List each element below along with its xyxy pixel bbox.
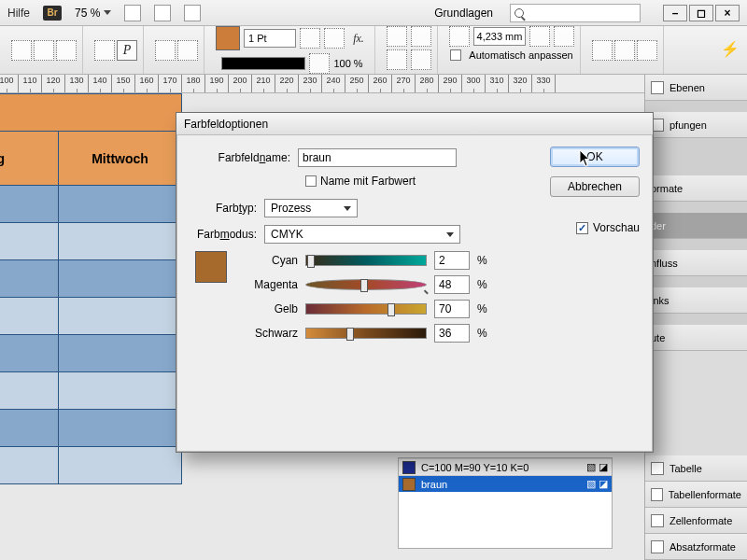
panel-tab-table-styles[interactable]: Tabellenformate (645, 482, 747, 508)
swatch-name-input[interactable] (298, 148, 457, 167)
name-with-value-checkbox[interactable] (305, 175, 317, 187)
dialog-title: Farbfeldoptionen (184, 118, 268, 131)
tool-icon[interactable] (11, 40, 32, 61)
ruler-tick: 130 (65, 75, 89, 93)
swatch-row[interactable]: C=100 M=90 Y=10 K=0 ▧ ◪ (399, 458, 612, 475)
panel-tab-para-styles[interactable]: Absatzformate (645, 534, 747, 560)
slider-thumb[interactable] (307, 255, 315, 268)
swatch-row-selected[interactable]: braun ▧ ◪ (399, 475, 612, 492)
cyan-input[interactable]: 2 (434, 251, 470, 270)
panel-tab[interactable]: nfluss (645, 250, 747, 276)
black-input[interactable]: 36 (434, 324, 470, 343)
panel-tab[interactable]: ormate (645, 175, 747, 202)
tool-icon[interactable] (300, 28, 320, 49)
zoom-level[interactable]: 75 % (75, 7, 111, 20)
panel-tab[interactable]: pfungen (645, 112, 747, 138)
magenta-input[interactable]: 48 (434, 275, 470, 294)
slider-thumb[interactable] (388, 303, 395, 316)
dialog-titlebar[interactable]: Farbfeldoptionen (176, 113, 653, 135)
color-mode-select[interactable]: CMYK (264, 225, 460, 244)
yellow-input[interactable]: 70 (434, 300, 470, 318)
panel-tab-table[interactable]: Tabelle (645, 455, 747, 482)
yellow-slider[interactable] (305, 303, 427, 315)
color-mode-value: CMYK (271, 228, 303, 241)
tool-icon[interactable] (177, 40, 198, 61)
close-button[interactable]: × (715, 5, 740, 21)
swatch-label: braun (421, 479, 447, 490)
align-icon[interactable] (387, 26, 407, 47)
color-type-select[interactable]: Prozess (264, 199, 358, 217)
stroke-style[interactable] (221, 57, 305, 70)
tool-icon[interactable] (309, 53, 330, 74)
chevron-down-icon (104, 10, 111, 15)
ruler-tick: 290 (439, 75, 462, 93)
opacity-value[interactable]: 100 % (333, 58, 362, 69)
ruler-tick: 140 (89, 75, 112, 93)
paragraph-styles-icon (651, 540, 664, 553)
swatch-label: C=100 M=90 Y=10 K=0 (421, 462, 529, 473)
color-type-value: Prozess (271, 202, 311, 215)
tool-icon[interactable] (56, 40, 77, 61)
horizontal-ruler: 1001101201301401501601701801902002102202… (0, 75, 644, 93)
panel-tab[interactable]: ute (645, 325, 747, 351)
slider-thumb[interactable] (346, 328, 354, 341)
percent-label: % (477, 278, 487, 291)
tool-icon[interactable] (34, 40, 54, 61)
fill-swatch[interactable] (216, 26, 240, 50)
cell-styles-icon (651, 514, 664, 527)
bridge-icon[interactable]: Br (43, 6, 62, 21)
type-on-path-icon[interactable]: P (117, 40, 137, 61)
frame-fit-icon[interactable] (637, 40, 657, 61)
frame-fit-icon[interactable] (529, 26, 550, 47)
ruler-tick: 270 (392, 75, 416, 93)
frame-fit-icon[interactable] (614, 40, 635, 61)
color-mode-label: Farbmodus: (190, 228, 264, 241)
frame-fit-icon[interactable] (592, 40, 613, 61)
preview-checkbox-row[interactable]: ✓ Vorschau (576, 221, 640, 234)
ruler-tick: 250 (345, 75, 369, 93)
frame-fit-icon[interactable] (449, 26, 470, 47)
ruler-tick: 110 (19, 75, 42, 93)
align-icon[interactable] (411, 49, 431, 70)
layers-icon (651, 81, 664, 94)
ruler-tick: 330 (532, 75, 556, 93)
magenta-slider[interactable] (305, 279, 427, 290)
cancel-button[interactable]: Abbrechen (550, 176, 640, 197)
frame-fit-icon[interactable] (554, 26, 574, 47)
calendar-header: Mittwoch (59, 132, 182, 186)
maximize-button[interactable]: ◻ (689, 5, 713, 21)
panel-tab-cell-styles[interactable]: Zellenformate (645, 508, 747, 534)
search-input[interactable] (510, 4, 641, 22)
magenta-label: Magenta (240, 278, 298, 291)
menu-help[interactable]: Hilfe (7, 7, 30, 20)
workspace-label: Grundlagen (434, 7, 493, 20)
screen-mode-icon[interactable] (124, 5, 141, 21)
auto-fit-checkbox[interactable] (450, 49, 461, 61)
workspace-switcher[interactable]: Grundlagen (434, 7, 497, 20)
chevron-down-icon (344, 206, 351, 211)
minimize-button[interactable]: – (663, 5, 687, 21)
align-icon[interactable] (387, 49, 407, 70)
tool-icon[interactable] (94, 40, 115, 61)
align-icon[interactable] (411, 26, 431, 47)
ruler-tick: 160 (135, 75, 159, 93)
panel-tab-selected[interactable]: der (645, 213, 747, 239)
fx-icon[interactable]: fx. (348, 28, 369, 49)
preview-checkbox[interactable]: ✓ (576, 222, 588, 234)
ruler-tick: 150 (112, 75, 135, 93)
mm-field[interactable]: 4,233 mm (473, 27, 526, 46)
black-slider[interactable] (305, 328, 427, 339)
tool-icon[interactable] (155, 40, 176, 61)
percent-label: % (477, 327, 487, 340)
lightning-icon[interactable]: ⚡ (721, 40, 741, 61)
tool-icon[interactable] (324, 28, 345, 49)
stroke-weight-select[interactable]: 1 Pt (244, 29, 296, 48)
cyan-slider[interactable] (305, 255, 427, 266)
ok-button[interactable]: OK (550, 147, 640, 167)
slider-thumb[interactable] (360, 279, 368, 292)
panel-tab-layers[interactable]: Ebenen (645, 75, 747, 101)
panel-tab[interactable]: inks (645, 287, 747, 314)
arrange-icon[interactable] (184, 5, 201, 21)
view-options-icon[interactable] (154, 5, 171, 21)
ruler-tick: 260 (369, 75, 392, 93)
